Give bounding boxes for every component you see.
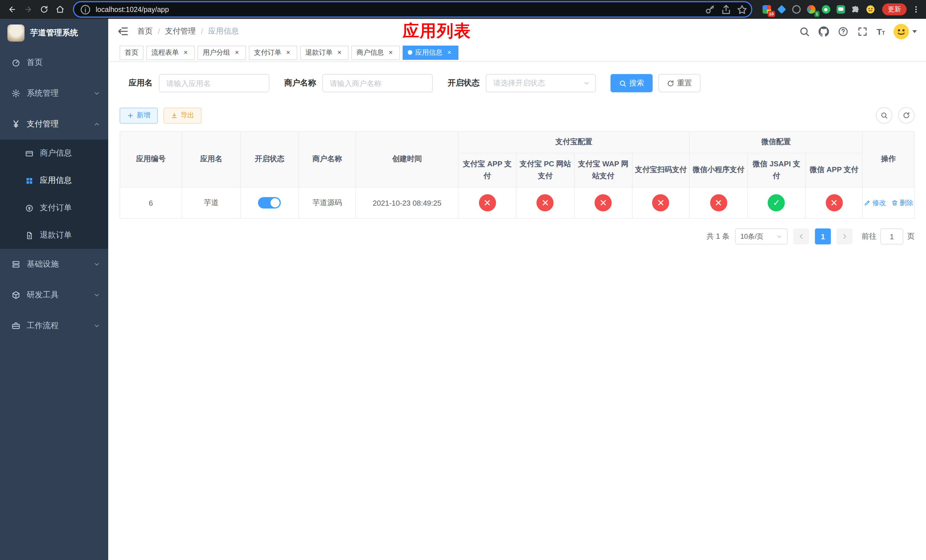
refresh-table-button[interactable]: [898, 107, 915, 124]
pencil-icon: [864, 200, 870, 206]
reload-button[interactable]: [36, 2, 51, 17]
sidebar-item-workflow[interactable]: 工作流程: [0, 310, 108, 341]
tab-pay-order[interactable]: 支付订单: [249, 45, 297, 59]
font-size-button[interactable]: [877, 27, 885, 36]
github-button[interactable]: [819, 26, 829, 37]
filter-merchant-name: 商户名称: [284, 74, 433, 92]
sidebar-item-infra[interactable]: 基础设施: [0, 249, 108, 280]
breadcrumb-item-current: 应用信息: [208, 26, 239, 36]
sidebar-subitem-refund-order[interactable]: 退款订单: [0, 222, 108, 249]
extension-icon-gem[interactable]: [776, 4, 787, 15]
toggle-search-button[interactable]: [876, 107, 893, 124]
search-icon: [619, 79, 626, 87]
user-avatar[interactable]: [894, 24, 909, 39]
bookmark-star-icon[interactable]: [736, 4, 748, 15]
sidebar-item-label: 系统管理: [27, 88, 87, 98]
tab-close-icon[interactable]: [284, 48, 292, 56]
sidebar-item-payment[interactable]: 支付管理: [0, 109, 108, 139]
tab-label: 首页: [125, 48, 138, 57]
help-button[interactable]: [838, 26, 849, 37]
tab-process-form[interactable]: 流程表单: [146, 45, 195, 59]
tab-merchant-info[interactable]: 商户信息: [351, 45, 400, 59]
cell-app-id: 6: [120, 188, 182, 219]
navbar: 首页 支付管理 应用信息 应用列表: [108, 19, 926, 44]
user-menu[interactable]: [894, 24, 917, 39]
tab-close-icon[interactable]: [233, 48, 241, 56]
tab-refund-order[interactable]: 退款订单: [300, 45, 348, 59]
tab-app-info[interactable]: 应用信息: [402, 45, 458, 59]
browser-menu-button[interactable]: [910, 2, 921, 17]
tab-close-icon[interactable]: [387, 48, 395, 56]
fullscreen-button[interactable]: [857, 26, 868, 37]
home-button[interactable]: [52, 2, 67, 17]
address-bar[interactable]: localhost:1024/pay/app: [73, 1, 752, 18]
site-info-icon[interactable]: [80, 4, 91, 15]
tab-user-group[interactable]: 用户分组: [198, 45, 246, 59]
tab-close-icon[interactable]: [182, 48, 190, 56]
breadcrumb-item-payment[interactable]: 支付管理: [165, 26, 196, 36]
url-text[interactable]: localhost:1024/pay/app: [96, 5, 700, 14]
yen-icon: [11, 120, 21, 129]
extension-icon-green-circle[interactable]: [821, 4, 831, 15]
arrow-right-icon: [24, 5, 32, 14]
app-name-input[interactable]: [159, 74, 269, 92]
breadcrumb: 首页 支付管理 应用信息: [137, 26, 239, 36]
col-alipay-wap: 支付宝 WAP 网站支付: [574, 153, 632, 188]
sidebar-logo[interactable]: 芋道管理系统: [0, 19, 108, 47]
tab-label: 商户信息: [357, 48, 384, 57]
status-toggle[interactable]: [258, 197, 281, 209]
next-page-button[interactable]: [837, 229, 853, 245]
sidebar-item-system[interactable]: 系统管理: [0, 78, 108, 109]
extension-icon-globe[interactable]: [791, 4, 801, 15]
breadcrumb-item-home[interactable]: 首页: [137, 26, 153, 36]
arrow-left-icon: [8, 5, 16, 14]
status-select[interactable]: 请选择开启状态: [486, 74, 596, 92]
back-button[interactable]: [5, 2, 20, 17]
tab-close-icon[interactable]: [336, 48, 343, 56]
extension-icon-chat[interactable]: [835, 4, 846, 15]
extension-icon-grid[interactable]: 10: [761, 4, 772, 15]
search-button[interactable]: 搜索: [610, 74, 653, 92]
goto-input[interactable]: [881, 229, 903, 245]
delete-link[interactable]: 删除: [891, 198, 913, 208]
sidebar-item-label: 支付管理: [27, 119, 87, 129]
status-select-placeholder: 请选择开启状态: [493, 78, 545, 88]
config-status-alipay-app: [479, 195, 496, 212]
tab-close-icon[interactable]: [445, 48, 453, 56]
card-icon: [25, 149, 33, 157]
merchant-name-input[interactable]: [322, 74, 433, 92]
profile-avatar-icon[interactable]: [865, 4, 875, 15]
search-button[interactable]: [799, 26, 810, 37]
page-size-select[interactable]: 10条/页: [735, 229, 788, 245]
sidebar-item-devtools[interactable]: 研发工具: [0, 280, 108, 310]
extension-icon-wheel[interactable]: 1: [806, 4, 816, 15]
refresh-icon: [667, 79, 674, 87]
sidebar-subitem-merchant-info[interactable]: 商户信息: [0, 139, 108, 167]
filter-status: 开启状态 请选择开启状态: [448, 74, 596, 92]
merchant-name-label: 商户名称: [284, 78, 316, 88]
share-icon[interactable]: [720, 4, 732, 15]
col-alipay-app: 支付宝 APP 支付: [458, 153, 516, 188]
tab-label: 流程表单: [151, 48, 179, 57]
chevron-right-icon: [841, 233, 848, 240]
forward-button[interactable]: [21, 2, 35, 17]
export-button[interactable]: 导出: [163, 107, 201, 123]
reset-button[interactable]: 重置: [658, 74, 701, 92]
collapse-sidebar-button[interactable]: [117, 26, 129, 37]
tab-home[interactable]: 首页: [120, 45, 144, 59]
col-merchant: 商户名称: [299, 131, 356, 188]
fullscreen-icon: [857, 26, 868, 37]
edit-link[interactable]: 修改: [864, 198, 886, 208]
sidebar-item-home[interactable]: 首页: [0, 47, 108, 78]
goto-label: 前往: [862, 232, 876, 242]
browser-update-button[interactable]: 更新: [882, 3, 906, 15]
prev-page-button[interactable]: [793, 229, 809, 245]
chevron-down-icon: [94, 292, 100, 298]
password-key-icon[interactable]: [705, 4, 716, 15]
sidebar-subitem-app-info[interactable]: 应用信息: [0, 167, 108, 194]
sidebar-subitem-pay-order[interactable]: 支付订单: [0, 194, 108, 222]
add-button[interactable]: 新增: [120, 107, 158, 123]
document-icon: [25, 231, 33, 239]
page-number-current[interactable]: 1: [815, 229, 831, 245]
extensions-puzzle-icon[interactable]: [850, 4, 861, 15]
